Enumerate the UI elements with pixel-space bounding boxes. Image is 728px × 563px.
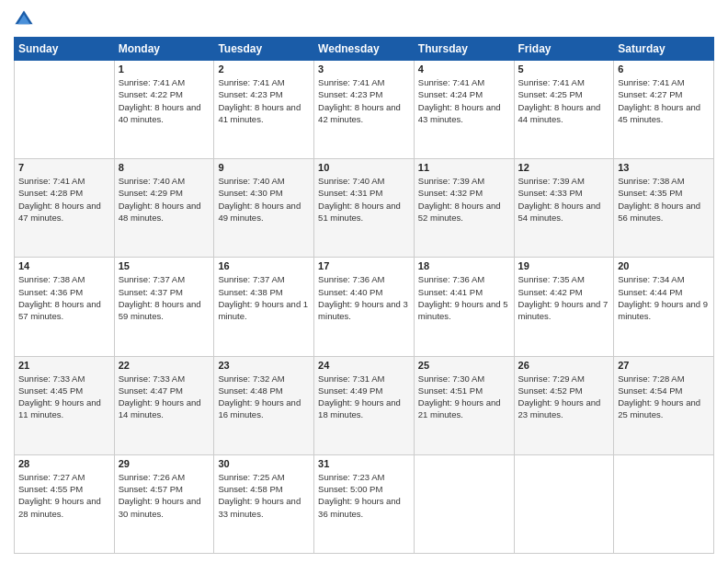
sunset-text: Sunset: 4:31 PM [318,187,410,199]
sunrise-text: Sunrise: 7:35 AM [518,273,610,285]
sunset-text: Sunset: 4:23 PM [318,88,410,100]
sunrise-text: Sunrise: 7:41 AM [318,76,410,88]
calendar-week-row: 21Sunrise: 7:33 AMSunset: 4:45 PMDayligh… [15,356,714,454]
sunrise-text: Sunrise: 7:26 AM [119,471,210,483]
sunset-text: Sunset: 4:58 PM [218,483,310,495]
daylight-text: Daylight: 9 hours and 5 minutes. [418,298,510,323]
day-number: 20 [618,260,710,271]
day-info: Sunrise: 7:34 AMSunset: 4:44 PMDaylight:… [618,273,710,322]
sunrise-text: Sunrise: 7:37 AM [119,273,210,285]
calendar-cell: 8Sunrise: 7:40 AMSunset: 4:29 PMDaylight… [114,159,214,258]
day-number: 4 [418,63,510,75]
sunrise-text: Sunrise: 7:39 AM [518,175,610,187]
calendar-cell: 3Sunrise: 7:41 AMSunset: 4:23 PMDaylight… [314,61,415,159]
weekday-header: Wednesday [314,38,415,61]
calendar-cell: 22Sunrise: 7:33 AMSunset: 4:47 PMDayligh… [114,356,214,454]
day-info: Sunrise: 7:28 AMSunset: 4:54 PMDaylight:… [618,373,710,421]
daylight-text: Daylight: 8 hours and 44 minutes. [518,101,610,126]
sunrise-text: Sunrise: 7:40 AM [318,175,410,187]
sunrise-text: Sunrise: 7:31 AM [318,373,410,385]
calendar-cell: 27Sunrise: 7:28 AMSunset: 4:54 PMDayligh… [614,356,714,454]
daylight-text: Daylight: 9 hours and 16 minutes. [218,396,310,421]
calendar-week-row: 1Sunrise: 7:41 AMSunset: 4:22 PMDaylight… [15,61,714,159]
sunrise-text: Sunrise: 7:25 AM [218,471,310,483]
day-number: 5 [518,63,610,75]
sunrise-text: Sunrise: 7:37 AM [218,273,310,285]
calendar-cell: 17Sunrise: 7:36 AMSunset: 4:40 PMDayligh… [314,258,415,356]
daylight-text: Daylight: 8 hours and 48 minutes. [119,200,210,224]
day-info: Sunrise: 7:31 AMSunset: 4:49 PMDaylight:… [318,373,410,421]
day-number: 23 [218,360,310,371]
day-info: Sunrise: 7:27 AMSunset: 4:55 PMDaylight:… [18,471,110,520]
day-number: 19 [518,260,610,271]
day-number: 7 [18,162,110,173]
weekday-header: Tuesday [214,38,314,61]
day-number: 31 [318,458,410,469]
day-number: 16 [218,260,310,271]
calendar-cell [15,61,115,159]
sunrise-text: Sunrise: 7:41 AM [418,76,510,88]
daylight-text: Daylight: 8 hours and 52 minutes. [418,200,510,224]
daylight-text: Daylight: 8 hours and 51 minutes. [318,200,410,224]
day-info: Sunrise: 7:41 AMSunset: 4:27 PMDaylight:… [618,76,710,125]
sunrise-text: Sunrise: 7:40 AM [218,175,310,187]
day-number: 8 [119,162,210,173]
day-info: Sunrise: 7:41 AMSunset: 4:25 PMDaylight:… [518,76,610,125]
sunrise-text: Sunrise: 7:32 AM [218,373,310,385]
sunset-text: Sunset: 4:37 PM [119,286,210,298]
calendar-cell: 6Sunrise: 7:41 AMSunset: 4:27 PMDaylight… [614,61,714,159]
day-info: Sunrise: 7:33 AMSunset: 4:45 PMDaylight:… [18,373,110,421]
sunrise-text: Sunrise: 7:38 AM [18,273,110,285]
sunset-text: Sunset: 4:36 PM [18,286,110,298]
daylight-text: Daylight: 8 hours and 56 minutes. [618,200,710,224]
day-info: Sunrise: 7:37 AMSunset: 4:38 PMDaylight:… [218,273,310,322]
sunrise-text: Sunrise: 7:29 AM [518,373,610,385]
sunrise-text: Sunrise: 7:28 AM [618,373,710,385]
calendar-cell: 20Sunrise: 7:34 AMSunset: 4:44 PMDayligh… [614,258,714,356]
sunset-text: Sunset: 4:22 PM [119,88,210,100]
calendar-cell: 18Sunrise: 7:36 AMSunset: 4:41 PMDayligh… [414,258,514,356]
sunrise-text: Sunrise: 7:41 AM [218,76,310,88]
day-number: 25 [418,360,510,371]
day-info: Sunrise: 7:40 AMSunset: 4:31 PMDaylight:… [318,175,410,224]
sunset-text: Sunset: 4:29 PM [119,187,210,199]
calendar-cell: 4Sunrise: 7:41 AMSunset: 4:24 PMDaylight… [414,61,514,159]
day-info: Sunrise: 7:30 AMSunset: 4:51 PMDaylight:… [418,373,510,421]
daylight-text: Daylight: 9 hours and 25 minutes. [618,396,710,421]
day-number: 30 [218,458,310,469]
day-number: 14 [18,260,110,271]
sunset-text: Sunset: 4:33 PM [518,187,610,199]
daylight-text: Daylight: 9 hours and 14 minutes. [119,396,210,421]
day-info: Sunrise: 7:25 AMSunset: 4:58 PMDaylight:… [218,471,310,520]
sunrise-text: Sunrise: 7:41 AM [518,76,610,88]
sunset-text: Sunset: 4:40 PM [318,286,410,298]
calendar-cell [614,454,714,553]
calendar-cell: 30Sunrise: 7:25 AMSunset: 4:58 PMDayligh… [214,454,314,553]
day-info: Sunrise: 7:33 AMSunset: 4:47 PMDaylight:… [119,373,210,421]
day-info: Sunrise: 7:32 AMSunset: 4:48 PMDaylight:… [218,373,310,421]
day-info: Sunrise: 7:39 AMSunset: 4:33 PMDaylight:… [518,175,610,224]
weekday-header: Thursday [414,38,514,61]
calendar-cell: 19Sunrise: 7:35 AMSunset: 4:42 PMDayligh… [514,258,614,356]
calendar-cell: 16Sunrise: 7:37 AMSunset: 4:38 PMDayligh… [214,258,314,356]
sunset-text: Sunset: 4:42 PM [518,286,610,298]
daylight-text: Daylight: 9 hours and 1 minute. [218,298,310,323]
calendar-cell: 9Sunrise: 7:40 AMSunset: 4:30 PMDaylight… [214,159,314,258]
day-number: 28 [18,458,110,469]
day-info: Sunrise: 7:38 AMSunset: 4:36 PMDaylight:… [18,273,110,322]
day-number: 15 [119,260,210,271]
page: SundayMondayTuesdayWednesdayThursdayFrid… [0,0,728,563]
sunset-text: Sunset: 4:24 PM [418,88,510,100]
calendar-cell: 2Sunrise: 7:41 AMSunset: 4:23 PMDaylight… [214,61,314,159]
day-info: Sunrise: 7:36 AMSunset: 4:40 PMDaylight:… [318,273,410,322]
weekday-header: Monday [114,38,214,61]
calendar-cell: 28Sunrise: 7:27 AMSunset: 4:55 PMDayligh… [15,454,115,553]
daylight-text: Daylight: 9 hours and 28 minutes. [18,495,110,520]
sunset-text: Sunset: 4:52 PM [518,385,610,396]
calendar-cell: 13Sunrise: 7:38 AMSunset: 4:35 PMDayligh… [614,159,714,258]
calendar-cell: 14Sunrise: 7:38 AMSunset: 4:36 PMDayligh… [15,258,115,356]
sunset-text: Sunset: 4:32 PM [418,187,510,199]
sunset-text: Sunset: 4:45 PM [18,385,110,396]
day-info: Sunrise: 7:41 AMSunset: 4:28 PMDaylight:… [18,175,110,224]
day-number: 18 [418,260,510,271]
